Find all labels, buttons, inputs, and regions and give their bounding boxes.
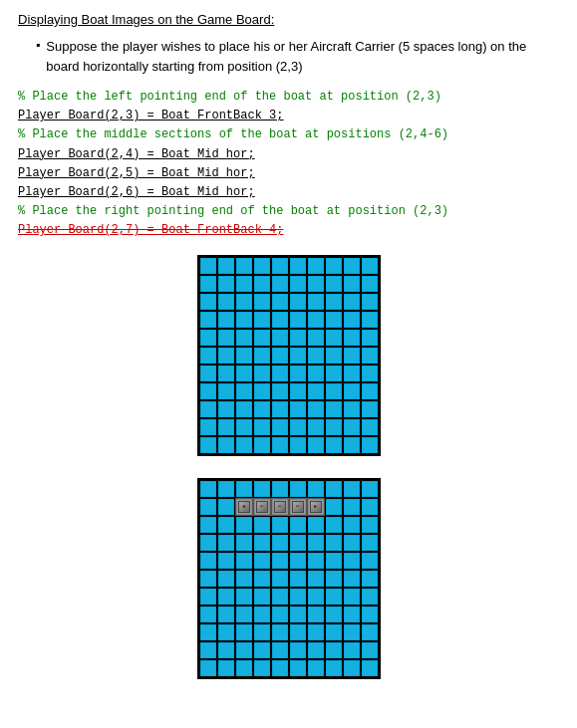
cell-2-5 [289,293,307,311]
cell-4-6 [307,552,325,570]
cell-5-7 [325,347,343,364]
cell-2-2 [235,516,253,534]
cell-5-2 [235,570,253,588]
cell-8-4 [271,400,289,418]
cell-10-9 [361,659,379,677]
cell-7-1 [217,606,235,623]
cell-2-9 [361,516,379,534]
cell-10-0 [199,659,217,677]
cell-3-9 [361,534,379,552]
cell-0-1 [217,480,235,498]
cell-9-5 [289,641,307,659]
cell-0-4 [271,480,289,498]
cell-9-3 [253,418,271,436]
cell-8-5 [289,400,307,418]
code-line-5: Player_Board(2,7) = Boat_FrontBack_4; [18,221,559,240]
cell-7-0 [199,382,217,400]
cell-9-3 [253,641,271,659]
cell-0-9 [361,480,379,498]
cell-2-3 [253,516,271,534]
cell-6-2 [235,364,253,382]
cell-0-6 [307,480,325,498]
code-line-4: Player_Board(2,6) = Boat_Mid_hor; [18,183,559,202]
cell-4-4 [271,552,289,570]
cell-1-8 [343,275,361,293]
cell-10-2 [235,436,253,454]
cell-4-3 [253,552,271,570]
cell-5-1 [217,347,235,364]
cell-2-3 [253,293,271,311]
cell-4-2 [235,329,253,347]
cell-9-6 [307,641,325,659]
cell-3-1 [217,311,235,329]
cell-8-0 [199,623,217,641]
cell-5-7 [325,570,343,588]
cell-0-0 [199,480,217,498]
cell-4-0 [199,329,217,347]
code-comment-2: % Place the middle sections of the boat … [18,125,559,144]
cell-1-0 [199,275,217,293]
cell-9-4 [271,641,289,659]
cell-2-5 [289,516,307,534]
cell-8-2 [235,400,253,418]
cell-4-7 [325,329,343,347]
cell-10-6 [307,659,325,677]
cell-0-7 [325,480,343,498]
cell-3-8 [343,311,361,329]
cell-0-4 [271,257,289,275]
cell-5-5 [289,570,307,588]
cell-10-1 [217,659,235,677]
cell-1-9 [361,498,379,516]
cell-9-8 [343,641,361,659]
cell-9-2 [235,418,253,436]
cell-2-4 [271,293,289,311]
cell-8-1 [217,400,235,418]
cell-3-3 [253,534,271,552]
cell-7-4 [271,606,289,623]
cell-6-5 [289,364,307,382]
cell-10-3 [253,436,271,454]
bullet-marker: ▪ [36,38,40,76]
cell-3-3 [253,311,271,329]
cell-6-3 [253,588,271,606]
cell-5-2 [235,347,253,364]
cell-9-1 [217,418,235,436]
cell-7-8 [343,606,361,623]
cell-5-9 [361,570,379,588]
cell-6-3 [253,364,271,382]
cell-10-9 [361,436,379,454]
cell-10-7 [325,436,343,454]
boat-board-container: ◄═══► [18,478,559,679]
cell-1-4: ═ [271,498,289,516]
cell-10-5 [289,659,307,677]
cell-7-3 [253,382,271,400]
cell-5-3 [253,570,271,588]
cell-8-8 [343,623,361,641]
cell-3-9 [361,311,379,329]
cell-6-5 [289,588,307,606]
cell-5-4 [271,570,289,588]
cell-9-8 [343,418,361,436]
cell-6-8 [343,364,361,382]
cell-3-5 [289,311,307,329]
cell-6-7 [325,364,343,382]
cell-1-0 [199,498,217,516]
cell-3-1 [217,534,235,552]
cell-5-0 [199,347,217,364]
cell-5-4 [271,347,289,364]
cell-9-7 [325,418,343,436]
cell-9-2 [235,641,253,659]
cell-4-7 [325,552,343,570]
cell-6-0 [199,364,217,382]
cell-9-4 [271,418,289,436]
cell-7-2 [235,606,253,623]
cell-1-8 [343,498,361,516]
cell-4-1 [217,552,235,570]
cell-5-3 [253,347,271,364]
code-line-1: Player_Board(2,3) = Boat_FrontBack_3; [18,107,559,125]
cell-5-5 [289,347,307,364]
cell-0-0 [199,257,217,275]
cell-8-5 [289,623,307,641]
cell-7-1 [217,382,235,400]
cell-10-0 [199,436,217,454]
